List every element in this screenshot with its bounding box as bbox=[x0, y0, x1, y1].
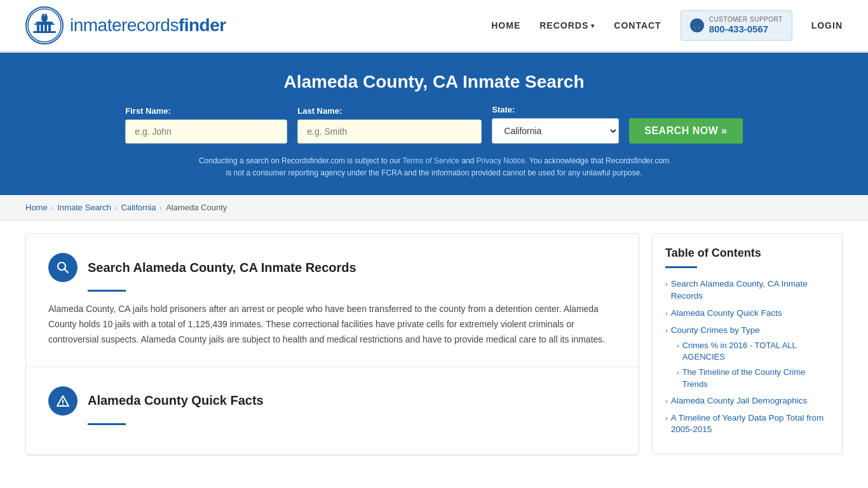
toc-link-2[interactable]: › Alameda County Quick Facts bbox=[665, 308, 829, 320]
breadcrumb-home[interactable]: Home bbox=[25, 203, 48, 212]
toc-arrow-icon: › bbox=[665, 396, 668, 406]
toc-arrow-icon: › bbox=[677, 341, 679, 351]
toc-arrow-icon: › bbox=[677, 368, 679, 377]
toc-sub-link-3-1[interactable]: › Crimes % in 2016 - TOTAL ALL AGENCIES bbox=[677, 340, 829, 363]
toc-arrow-icon: › bbox=[665, 280, 668, 289]
site-header: inmaterecordsfinder HOME RECORDS ▾ CONTA… bbox=[0, 0, 868, 53]
toc-arrow-icon: › bbox=[665, 414, 668, 423]
toc-item-2: › Alameda County Quick Facts bbox=[665, 308, 829, 320]
search-circle-icon bbox=[48, 253, 78, 282]
page-title: Alameda County, CA Inmate Search bbox=[25, 72, 843, 92]
toc-link-5[interactable]: › A Timeline of Yearly Data Pop Total fr… bbox=[665, 412, 829, 437]
first-name-input[interactable] bbox=[125, 119, 287, 144]
main-content: Search Alameda County, CA Inmate Records… bbox=[0, 220, 868, 468]
toc-link-1[interactable]: › Search Alameda County, CA Inmate Recor… bbox=[665, 278, 829, 302]
alert-circle-icon bbox=[48, 386, 78, 416]
section1-title: Search Alameda County, CA Inmate Records bbox=[88, 261, 356, 275]
support-number: 800-433-0567 bbox=[709, 24, 783, 35]
section2-title: Alameda County Quick Facts bbox=[88, 393, 264, 408]
last-name-input[interactable] bbox=[297, 119, 482, 144]
search-button[interactable]: SEARCH NOW » bbox=[629, 118, 742, 144]
section1-body: Alameda County, CA jails hold prisoners … bbox=[48, 302, 616, 347]
toc-arrow-icon: › bbox=[665, 309, 668, 318]
section1-header: Search Alameda County, CA Inmate Records bbox=[48, 253, 616, 282]
breadcrumb-sep-2: › bbox=[115, 204, 118, 212]
toc-title: Table of Contents bbox=[665, 247, 829, 260]
support-label: CUSTOMER SUPPORT bbox=[709, 16, 783, 24]
toc-divider bbox=[665, 266, 697, 268]
svg-rect-4 bbox=[34, 24, 55, 25]
svg-rect-9 bbox=[33, 31, 56, 33]
svg-rect-7 bbox=[44, 25, 47, 31]
nav-contact[interactable]: CONTACT bbox=[614, 20, 661, 30]
table-of-contents: Table of Contents › Search Alameda Count… bbox=[652, 233, 843, 454]
svg-rect-3 bbox=[36, 22, 53, 24]
breadcrumb-sep-1: › bbox=[51, 204, 54, 212]
toc-item-1: › Search Alameda County, CA Inmate Recor… bbox=[665, 278, 829, 302]
svg-rect-8 bbox=[48, 25, 51, 31]
search-form: First Name: Last Name: State: California… bbox=[25, 105, 843, 144]
toc-item-4: › Alameda County Jail Demographics bbox=[665, 395, 829, 407]
nav-records[interactable]: RECORDS ▾ bbox=[539, 20, 595, 30]
state-label: State: bbox=[492, 105, 515, 114]
toc-list: › Search Alameda County, CA Inmate Recor… bbox=[665, 278, 829, 436]
toc-item-3: › County Crimes by Type › Crimes % in 20… bbox=[665, 325, 829, 390]
state-group: State: California bbox=[492, 105, 619, 144]
state-select[interactable]: California bbox=[492, 118, 619, 144]
disclaimer-text: Conducting a search on Recordsfinder.com… bbox=[196, 155, 672, 179]
logo-text-regular: inmaterecords bbox=[70, 15, 179, 35]
section2-header: Alameda County Quick Facts bbox=[48, 386, 616, 416]
terms-link[interactable]: Terms of Service bbox=[403, 156, 459, 165]
main-nav: HOME RECORDS ▾ CONTACT 🎧 CUSTOMER SUPPOR… bbox=[491, 10, 843, 41]
breadcrumb-sep-3: › bbox=[160, 204, 163, 212]
logo-icon bbox=[25, 6, 64, 44]
section-quick-facts: Alameda County Quick Facts bbox=[26, 367, 639, 455]
last-name-group: Last Name: bbox=[297, 106, 482, 144]
hero-section: Alameda County, CA Inmate Search First N… bbox=[0, 53, 868, 195]
privacy-link[interactable]: Privacy Notice bbox=[477, 156, 526, 165]
section2-underline bbox=[88, 423, 126, 425]
toc-sub-item-3-2: › The Timeline of the County Crime Trend… bbox=[677, 367, 829, 390]
svg-rect-5 bbox=[37, 25, 39, 31]
logo[interactable]: inmaterecordsfinder bbox=[25, 6, 226, 44]
logo-text-bold: finder bbox=[179, 15, 226, 35]
last-name-label: Last Name: bbox=[297, 106, 342, 116]
toc-sub-3: › Crimes % in 2016 - TOTAL ALL AGENCIES … bbox=[665, 340, 829, 390]
section1-underline bbox=[88, 290, 126, 292]
breadcrumb-state[interactable]: California bbox=[121, 203, 156, 212]
nav-home[interactable]: HOME bbox=[491, 20, 520, 30]
svg-line-12 bbox=[65, 269, 69, 273]
toc-arrow-icon: › bbox=[665, 326, 668, 336]
headset-icon: 🎧 bbox=[690, 18, 704, 32]
chevron-down-icon: ▾ bbox=[591, 22, 595, 29]
toc-item-5: › A Timeline of Yearly Data Pop Total fr… bbox=[665, 412, 829, 437]
toc-sub-link-3-2[interactable]: › The Timeline of the County Crime Trend… bbox=[677, 367, 829, 390]
toc-link-4[interactable]: › Alameda County Jail Demographics bbox=[665, 395, 829, 407]
svg-point-14 bbox=[62, 404, 64, 405]
breadcrumb-inmate-search[interactable]: Inmate Search bbox=[57, 203, 111, 212]
login-button[interactable]: LOGIN bbox=[811, 20, 843, 30]
breadcrumb-county: Alameda County bbox=[166, 203, 227, 212]
first-name-label: First Name: bbox=[125, 106, 171, 116]
section-inmate-records: Search Alameda County, CA Inmate Records… bbox=[26, 234, 639, 367]
breadcrumb: Home › Inmate Search › California › Alam… bbox=[0, 195, 868, 220]
first-name-group: First Name: bbox=[125, 106, 287, 144]
svg-rect-6 bbox=[41, 25, 43, 31]
toc-link-3[interactable]: › County Crimes by Type bbox=[665, 325, 829, 337]
customer-support-box[interactable]: 🎧 CUSTOMER SUPPORT 800-433-0567 bbox=[681, 10, 792, 41]
toc-sub-item-3-1: › Crimes % in 2016 - TOTAL ALL AGENCIES bbox=[677, 340, 829, 363]
content-left: Search Alameda County, CA Inmate Records… bbox=[25, 233, 639, 455]
